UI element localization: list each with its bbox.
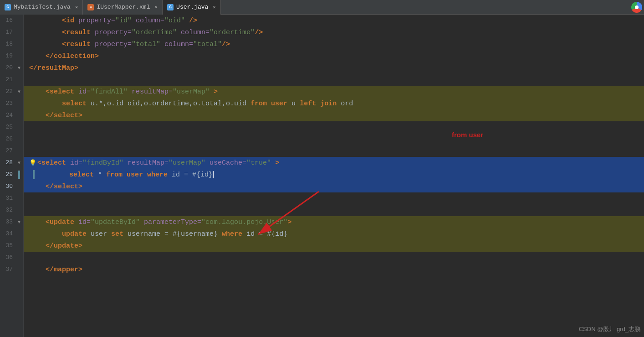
gutter-line-35: 35 xyxy=(0,240,23,252)
lightbulb-icon[interactable]: 💡 xyxy=(29,159,36,166)
gutter-line-33: 33 ▼ xyxy=(0,216,23,228)
code-line-19: </collection> xyxy=(24,50,644,62)
gutter-line-30: 30 xyxy=(0,181,23,192)
gutter-line-36: 36 xyxy=(0,252,23,264)
gutter-line-18: 18 xyxy=(0,38,23,50)
gutter-line-37: 37 xyxy=(0,264,23,275)
gutter-line-25: 25 xyxy=(0,121,23,133)
selection-bar xyxy=(33,170,35,179)
tab-label-user: User.java xyxy=(176,4,208,10)
code-content[interactable]: <id property="id" column="oid" /> <resul… xyxy=(24,15,644,337)
code-line-35: </update> xyxy=(24,240,644,252)
tab-label-iusermapper: IUserMapper.xml xyxy=(97,4,150,10)
code-line-22: <select id="findAll" resultMap="userMap"… xyxy=(24,86,644,98)
editor-area: 16 17 18 19 20 ▼ 21 xyxy=(0,15,644,337)
gutter-line-16: 16 xyxy=(0,15,23,26)
gutter-line-34: 34 xyxy=(0,228,23,240)
gutter-line-26: 26 xyxy=(0,133,23,145)
code-line-32 xyxy=(24,204,644,216)
code-line-28: 💡 <select id="findById" resultMap="userM… xyxy=(24,157,644,169)
gutter-line-24: 24 xyxy=(0,109,23,121)
tab-user[interactable]: C User.java ✕ xyxy=(163,0,221,15)
tab-close-user[interactable]: ✕ xyxy=(213,4,216,10)
annotation-from-user: from user xyxy=(452,131,483,139)
code-line-23: select u.*,o.id oid,o.ordertime,o.total,… xyxy=(24,98,644,109)
code-line-30: </select> xyxy=(24,181,644,192)
line-gutter: 16 17 18 19 20 ▼ 21 xyxy=(0,15,24,337)
tab-bar: C MybatisTest.java ✕ ≡ IUserMapper.xml ✕… xyxy=(0,0,644,15)
gutter-line-19: 19 xyxy=(0,50,23,62)
java-icon-user: C xyxy=(167,4,174,10)
watermark: CSDN @殷丿 grd_志鹏 xyxy=(579,325,640,333)
code-line-18: <result property="total" column="total"/… xyxy=(24,38,644,50)
code-line-24: </select> xyxy=(24,109,644,121)
code-line-26 xyxy=(24,133,644,145)
gutter-line-22: 22 ▼ xyxy=(0,86,23,98)
gutter-line-21: 21 xyxy=(0,74,23,86)
tab-close-mybatis[interactable]: ✕ xyxy=(75,4,78,10)
code-line-27 xyxy=(24,145,644,157)
tab-close-iusermapper[interactable]: ✕ xyxy=(154,4,158,10)
gutter-line-27: 27 xyxy=(0,145,23,157)
gutter-line-31: 31 xyxy=(0,192,23,204)
tab-label-mybatis: MybatisTest.java xyxy=(14,4,71,10)
code-line-36 xyxy=(24,252,644,264)
code-line-31 xyxy=(24,192,644,204)
xml-icon: ≡ xyxy=(87,4,94,10)
code-lines: <id property="id" column="oid" /> <resul… xyxy=(24,15,644,275)
code-line-16: <id property="id" column="oid" /> xyxy=(24,15,644,26)
gutter-line-20: 20 ▼ xyxy=(0,62,23,74)
gutter-line-17: 17 xyxy=(0,26,23,38)
code-line-20: </resultMap> xyxy=(24,62,644,74)
java-icon: C xyxy=(5,4,11,10)
code-line-37: </mapper> xyxy=(24,264,644,275)
code-line-21 xyxy=(24,74,644,86)
code-line-25 xyxy=(24,121,644,133)
code-line-34: update user set username = #{username} w… xyxy=(24,228,644,240)
code-line-33: <update id="updateById" parameterType="c… xyxy=(24,216,644,228)
chrome-icon xyxy=(631,2,642,13)
gutter-line-29: 29 xyxy=(0,169,23,181)
gutter-line-23: 23 xyxy=(0,98,23,109)
gutter-line-28: 28 ▼ xyxy=(0,157,23,169)
code-line-17: <result property="orderTime" column="ord… xyxy=(24,26,644,38)
code-line-29: select * from user where id = #{id} xyxy=(24,169,644,181)
gutter-line-32: 32 xyxy=(0,204,23,216)
text-cursor xyxy=(213,171,214,178)
tab-iusermapper[interactable]: ≡ IUserMapper.xml ✕ xyxy=(83,0,163,15)
tab-mybatistest[interactable]: C MybatisTest.java ✕ xyxy=(0,0,83,15)
